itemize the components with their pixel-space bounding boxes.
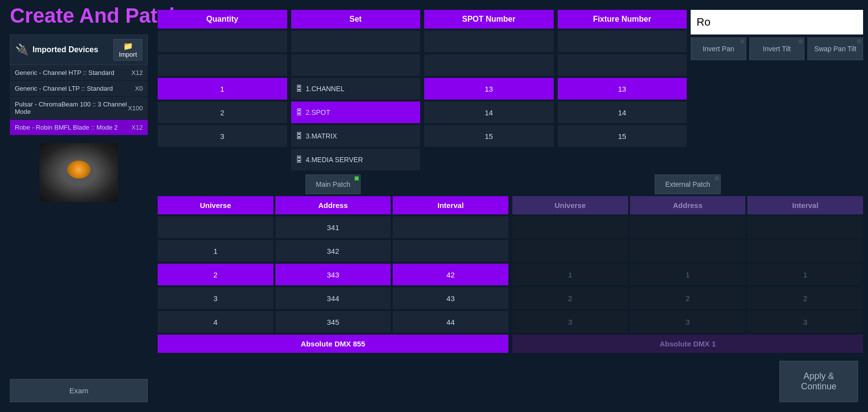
device-list-item[interactable]: Pulsar - ChromaBeam 100 :: 3 Channel Mod…	[10, 97, 148, 120]
set-cell-0[interactable]	[291, 31, 421, 52]
ext-a-4[interactable]: 3	[630, 311, 746, 333]
spot-cell-2[interactable]: 13	[424, 78, 554, 100]
main-address-col: Address 341 342 343 344 345	[275, 196, 391, 333]
device-list-item[interactable]: Robe - Robin BMFL Blade :: Mode 2X12	[10, 120, 148, 136]
main-i-2[interactable]: 42	[393, 264, 508, 285]
main-i-3[interactable]: 43	[393, 287, 508, 309]
ext-i-4[interactable]: 3	[747, 311, 863, 333]
spot-cell-0[interactable]	[424, 31, 554, 52]
ext-interval-header: Interval	[747, 196, 863, 214]
device-count: X12	[132, 69, 143, 76]
main-i-0[interactable]	[393, 216, 508, 238]
spot-cell-3[interactable]: 14	[424, 102, 554, 123]
corner-dot-3	[857, 39, 861, 43]
main-address-header: Address	[275, 196, 391, 214]
external-patch-footer: Absolute DMX 1	[512, 335, 863, 353]
set-cell-5[interactable]: 🎛 4.MEDIA SERVER	[291, 149, 421, 171]
quantity-column: Quantity 1 2 3	[158, 10, 287, 171]
spot-number-column: SPOT Number 13 14 15	[424, 10, 554, 171]
main-i-4[interactable]: 44	[393, 311, 508, 333]
device-list: Generic - Channel HTP :: StandardX12Gene…	[10, 65, 148, 136]
plug-icon: 🔌	[15, 43, 29, 56]
imported-devices-header: 🔌 Imported Devices 📁 Import	[10, 34, 148, 65]
corner-dot	[740, 39, 744, 43]
device-name: Pulsar - ChromaBeam 100 :: 3 Channel Mod…	[15, 101, 128, 115]
main-patch-header-row: Main Patch	[158, 174, 508, 194]
device-image-container	[10, 140, 148, 205]
ro-input[interactable]	[691, 10, 863, 34]
set-cell-3[interactable]: 🎛 2.SPOT	[291, 102, 421, 123]
main-u-0[interactable]	[158, 216, 273, 238]
set-label-3: 3.MATRIX	[306, 132, 337, 140]
set-icon-3: 🎛	[295, 132, 303, 140]
device-image	[39, 143, 118, 202]
ext-u-2[interactable]: 1	[512, 264, 628, 285]
invert-tilt-button[interactable]: Invert Tilt	[749, 37, 805, 60]
ext-a-1[interactable]	[630, 240, 746, 262]
quantity-cell-2[interactable]: 1	[158, 78, 287, 100]
left-panel: 🔌 Imported Devices 📁 Import Generic - Ch…	[10, 34, 148, 205]
quantity-cell-3[interactable]: 2	[158, 102, 287, 123]
main-u-4[interactable]: 4	[158, 311, 273, 333]
device-list-item[interactable]: Generic - Channel HTP :: StandardX12	[10, 65, 148, 81]
set-label-4: 4.MEDIA SERVER	[306, 156, 363, 164]
ext-i-0[interactable]	[747, 216, 863, 238]
quantity-cell-0[interactable]	[158, 31, 287, 52]
quantity-cell-1[interactable]	[158, 54, 287, 76]
fixture-cell-3[interactable]: 14	[558, 102, 687, 123]
main-i-1[interactable]	[393, 240, 508, 262]
ext-address-col: Address 1 2 3	[630, 196, 746, 333]
main-a-3[interactable]: 344	[275, 287, 391, 309]
fixture-cell-1[interactable]	[558, 54, 687, 76]
ext-u-4[interactable]: 3	[512, 311, 628, 333]
spot-cell-4[interactable]: 15	[424, 125, 554, 147]
main-a-2[interactable]: 343	[275, 264, 391, 285]
ext-i-3[interactable]: 2	[747, 287, 863, 309]
spot-cell-1[interactable]	[424, 54, 554, 76]
external-patch-block: External Patch Universe 1 2 3 Address 1	[512, 174, 863, 353]
set-cell-2[interactable]: 🎛 1.CHANNEL	[291, 78, 421, 100]
green-dot	[355, 176, 359, 180]
main-u-2[interactable]: 2	[158, 264, 273, 285]
main-a-1[interactable]: 342	[275, 240, 391, 262]
fixture-number-header: Fixture Number	[558, 10, 687, 29]
ext-i-1[interactable]	[747, 240, 863, 262]
ext-u-3[interactable]: 2	[512, 287, 628, 309]
main-u-3[interactable]: 3	[158, 287, 273, 309]
quantity-cell-4[interactable]: 3	[158, 125, 287, 147]
set-cell-4[interactable]: 🎛 3.MATRIX	[291, 125, 421, 147]
set-label-2: 2.SPOT	[306, 108, 331, 116]
ext-u-1[interactable]	[512, 240, 628, 262]
main-universe-header: Universe	[158, 196, 273, 214]
ext-a-0[interactable]	[630, 216, 746, 238]
fixture-cell-0[interactable]	[558, 31, 687, 52]
external-patch-header-row: External Patch	[512, 174, 863, 194]
fixture-cell-2[interactable]: 13	[558, 78, 687, 100]
corner-dot-2	[799, 39, 802, 43]
external-patch-cols: Universe 1 2 3 Address 1 2 3 Interval	[512, 196, 863, 333]
device-count: X12	[132, 124, 143, 131]
ext-a-2[interactable]: 1	[630, 264, 746, 285]
main-u-1[interactable]: 1	[158, 240, 273, 262]
folder-icon: 📁	[123, 41, 133, 51]
swap-pan-tilt-button[interactable]: Swap Pan Tilt	[807, 37, 863, 60]
ext-u-0[interactable]	[512, 216, 628, 238]
apply-continue-button[interactable]: Apply &Continue	[779, 361, 858, 402]
device-list-item[interactable]: Generic - Channel LTP :: StandardX0	[10, 81, 148, 97]
fixture-cell-4[interactable]: 15	[558, 125, 687, 147]
import-button[interactable]: 📁 Import	[113, 39, 142, 61]
set-cell-1[interactable]	[291, 54, 421, 76]
ext-a-3[interactable]: 2	[630, 287, 746, 309]
spot-number-header: SPOT Number	[424, 10, 554, 29]
device-name: Generic - Channel LTP :: Standard	[15, 85, 135, 92]
invert-pan-button[interactable]: Invert Pan	[691, 37, 746, 60]
set-column: Set 🎛 1.CHANNEL 🎛 2.SPOT 🎛 3.MATRIX 🎛 4.…	[291, 10, 421, 171]
main-a-4[interactable]: 345	[275, 311, 391, 333]
exam-button[interactable]: Exam	[10, 379, 148, 402]
ext-i-2[interactable]: 1	[747, 264, 863, 285]
main-patch-button[interactable]: Main Patch	[305, 174, 361, 194]
set-label-1: 1.CHANNEL	[306, 85, 345, 93]
main-a-0[interactable]: 341	[275, 216, 391, 238]
top-columns: Quantity 1 2 3 Set 🎛 1.CHANNEL 🎛 2.SPOT …	[158, 10, 863, 171]
external-patch-button[interactable]: External Patch	[655, 174, 720, 194]
